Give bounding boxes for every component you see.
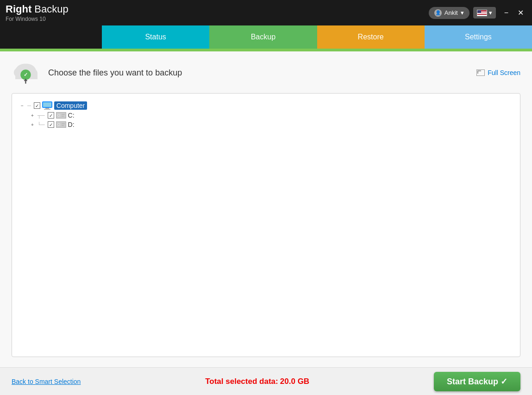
- content-header: ✓ Choose the files you want to backup Fu…: [12, 61, 520, 85]
- content-title: Choose the files you want to backup: [48, 68, 182, 78]
- back-to-smart-selection-link[interactable]: Back to Smart Selection: [12, 378, 81, 385]
- user-icon: 👤: [434, 9, 442, 17]
- file-tree-panel: − ─ Computer + ┬─: [12, 93, 520, 357]
- tree-expand-computer[interactable]: −: [19, 102, 25, 109]
- svg-rect-11: [44, 109, 50, 110]
- lang-dropdown-icon: ▾: [489, 9, 492, 16]
- svg-point-15: [58, 115, 59, 116]
- drive-c-icon: [56, 112, 66, 119]
- content-header-left: ✓ Choose the files you want to backup: [12, 61, 182, 85]
- tab-restore[interactable]: Restore: [317, 25, 425, 49]
- title-bar: Right Backup For Windows 10 👤 Ankit ▾ ▾ …: [0, 0, 532, 25]
- app-title-normal: Backup: [31, 3, 69, 15]
- svg-text:✓: ✓: [24, 72, 28, 77]
- title-bar-right: 👤 Ankit ▾ ▾ − ✕: [429, 7, 526, 19]
- drive-d-label: D:: [68, 121, 75, 128]
- cloud-icon: ✓: [12, 61, 41, 85]
- tree-item-d[interactable]: + └─ D:: [29, 120, 513, 129]
- tree-line-d: └─: [38, 122, 45, 127]
- total-label: Total selected data:: [205, 377, 278, 386]
- minimize-button[interactable]: −: [501, 8, 511, 18]
- tab-settings[interactable]: Settings: [425, 25, 532, 49]
- close-button[interactable]: ✕: [515, 8, 526, 18]
- start-backup-button[interactable]: Start Backup ✓: [434, 372, 520, 391]
- svg-point-21: [58, 124, 59, 125]
- tree-expand-c[interactable]: +: [29, 112, 36, 119]
- tree-item-c[interactable]: + ┬─ C:: [29, 111, 513, 120]
- title-bar-left: Right Backup For Windows 10: [6, 3, 69, 22]
- drive-c-label: C:: [68, 112, 75, 119]
- fullscreen-label: Full Screen: [488, 69, 520, 76]
- checkbox-c[interactable]: [48, 112, 54, 119]
- checkbox-computer[interactable]: [34, 102, 40, 109]
- tree-indent-c: + ┬─ C:: [19, 111, 513, 120]
- drive-d-icon: [56, 121, 66, 128]
- tab-status[interactable]: Status: [102, 25, 209, 49]
- fullscreen-icon: [476, 69, 485, 76]
- nav-bar: Status Backup Restore Settings: [0, 25, 532, 49]
- tree-indent-d: + └─ D:: [19, 120, 513, 129]
- svg-rect-16: [62, 114, 65, 115]
- tree-line-computer: ─: [27, 103, 31, 108]
- nav-tabs: Status Backup Restore Settings: [102, 25, 532, 49]
- tab-backup[interactable]: Backup: [209, 25, 317, 49]
- user-button[interactable]: 👤 Ankit ▾: [429, 7, 469, 19]
- flag-icon: [477, 10, 487, 16]
- checkbox-d[interactable]: [48, 121, 54, 128]
- content-area: ✓ Choose the files you want to backup Fu…: [0, 51, 532, 395]
- svg-rect-17: [62, 116, 64, 117]
- fullscreen-link[interactable]: Full Screen: [476, 69, 520, 76]
- app-window: Right Backup For Windows 10 👤 Ankit ▾ ▾ …: [0, 0, 532, 395]
- window-controls: − ✕: [501, 8, 526, 18]
- app-title: Right Backup: [6, 3, 69, 15]
- total-data: Total selected data: 20.0 GB: [205, 377, 309, 386]
- svg-rect-22: [62, 123, 65, 124]
- bottom-bar: Back to Smart Selection Total selected d…: [0, 367, 532, 395]
- tree-item-computer[interactable]: − ─ Computer: [19, 100, 513, 111]
- computer-label: Computer: [54, 101, 87, 110]
- total-value: 20.0 GB: [280, 377, 309, 386]
- svg-rect-9: [43, 102, 51, 107]
- svg-rect-23: [62, 125, 64, 126]
- user-dropdown-icon: ▾: [461, 9, 464, 16]
- app-title-bold: Right: [6, 3, 31, 15]
- start-backup-label: Start Backup ✓: [447, 376, 507, 387]
- language-button[interactable]: ▾: [473, 7, 496, 19]
- user-name: Ankit: [444, 9, 458, 16]
- nav-spacer: [0, 25, 102, 49]
- app-subtitle: For Windows 10: [6, 16, 69, 22]
- tree-line-c: ┬─: [38, 113, 45, 118]
- computer-icon: [42, 101, 52, 110]
- tree-expand-d[interactable]: +: [29, 121, 36, 128]
